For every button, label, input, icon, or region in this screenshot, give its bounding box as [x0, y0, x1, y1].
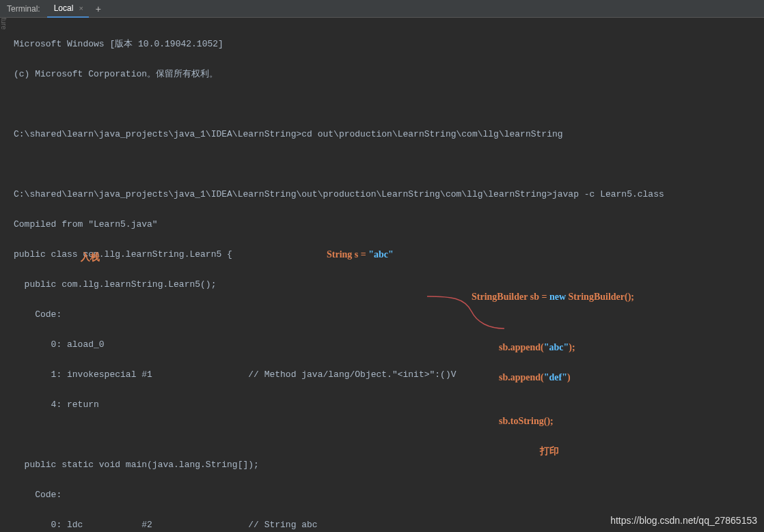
terminal-line: public com.llg.learnString.Learn5();	[14, 277, 764, 292]
annotation-sb-new: StringBuilder sb = new StringBuilder();	[472, 290, 634, 305]
terminal-line: 1: invokespecial #1 // Method java/lang/…	[14, 367, 764, 382]
terminal-line: C:\shared\learn\java_projects\java_1\IDE…	[14, 187, 764, 202]
annotation-sb-append-def: sb.append("def")	[499, 370, 571, 385]
annotation-string-s: String s = "abc"	[327, 247, 394, 262]
watermark: https://blog.csdn.net/qq_27865153	[610, 513, 757, 528]
terminal-line	[14, 157, 764, 172]
terminal-tab-local[interactable]: Local ×	[47, 0, 89, 18]
close-icon[interactable]: ×	[77, 4, 84, 12]
terminal-output[interactable]: Microsoft Windows [版本 10.0.19042.1052] (…	[0, 18, 764, 532]
terminal-tabbar: Terminal: Local × +	[0, 0, 764, 18]
annotation-push-stack: 入栈	[81, 250, 100, 265]
terminal-line: Code:	[14, 307, 764, 322]
annotation-sb-append-abc: sb.append("abc");	[499, 340, 575, 355]
terminal-line: 0: aload_0	[14, 337, 764, 352]
terminal-line: public static void main(java.lang.String…	[14, 458, 764, 473]
terminal-line: C:\shared\learn\java_projects\java_1\IDE…	[14, 127, 764, 142]
annotation-print: 打印	[540, 444, 559, 459]
terminal-line: Microsoft Windows [版本 10.0.19042.1052]	[14, 37, 764, 52]
terminal-line: Compiled from "Learn5.java"	[14, 217, 764, 232]
annotation-sb-tostring: sb.toString();	[499, 414, 554, 429]
terminal-line: Code:	[14, 488, 764, 503]
terminal-line	[14, 97, 764, 112]
terminal-line: (c) Microsoft Corporation。保留所有权利。	[14, 67, 764, 82]
new-tab-button[interactable]: +	[89, 3, 108, 14]
tab-label: Local	[54, 3, 74, 13]
terminal-line: 4: return	[14, 397, 764, 412]
terminal-line	[14, 428, 764, 443]
terminal-label: Terminal:	[0, 4, 47, 14]
